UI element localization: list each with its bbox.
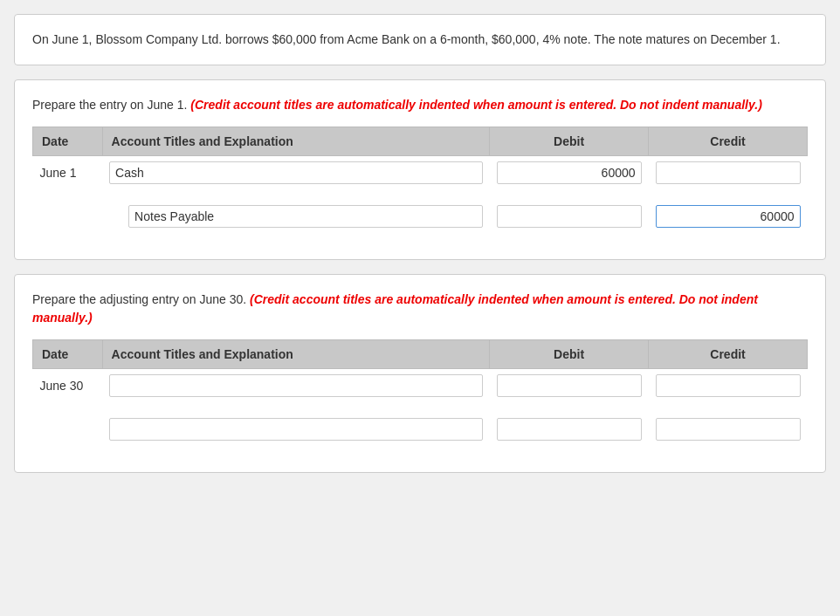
spacer-row-2 [33, 233, 808, 243]
credit-input-notes[interactable] [656, 205, 801, 228]
section1-card: Prepare the entry on June 1. (Credit acc… [14, 79, 826, 260]
credit-cell-adj1 [649, 369, 808, 403]
col-debit-1: Debit [490, 127, 649, 156]
debit-input-adj2[interactable] [497, 418, 642, 441]
account-cell-cash [102, 156, 490, 190]
credit-input-adj1[interactable] [656, 374, 801, 397]
section1-instruction-plain: Prepare the entry on June 1. [32, 98, 190, 112]
date-cell-2 [33, 200, 103, 233]
credit-cell-cash [649, 156, 808, 190]
spacer-row-4 [33, 446, 808, 456]
date-cell-adj2 [33, 413, 103, 446]
spacer-row [33, 189, 808, 200]
account-input-adj2[interactable] [109, 418, 483, 441]
table-row [33, 413, 808, 446]
account-cell-adj2 [102, 413, 490, 446]
account-cell-adj1 [102, 369, 490, 403]
credit-cell-adj2 [649, 413, 808, 446]
col-debit-2: Debit [490, 340, 649, 369]
account-cell-notes [102, 200, 490, 233]
table-row: June 1 [33, 156, 808, 190]
debit-input-notes[interactable] [497, 205, 642, 228]
section2-card: Prepare the adjusting entry on June 30. … [14, 274, 826, 473]
section1-table: Date Account Titles and Explanation Debi… [32, 127, 808, 243]
col-credit-2: Credit [649, 340, 808, 369]
spacer-row-3 [33, 402, 808, 413]
debit-input-adj1[interactable] [497, 374, 642, 397]
section2-table: Date Account Titles and Explanation Debi… [32, 339, 808, 456]
problem-card: On June 1, Blossom Company Ltd. borrows … [14, 14, 826, 65]
col-account-1: Account Titles and Explanation [102, 127, 490, 156]
problem-text: On June 1, Blossom Company Ltd. borrows … [32, 31, 808, 49]
credit-input-adj2[interactable] [656, 418, 801, 441]
credit-cell-notes [649, 200, 808, 233]
col-account-2: Account Titles and Explanation [102, 340, 490, 369]
account-input-adj1[interactable] [109, 374, 483, 397]
col-date-2: Date [33, 340, 103, 369]
section2-instruction-plain: Prepare the adjusting entry on June 30. [32, 292, 250, 306]
debit-cell-cash [490, 156, 649, 190]
debit-cell-adj2 [490, 413, 649, 446]
section2-instruction: Prepare the adjusting entry on June 30. … [32, 291, 808, 327]
credit-input-cash[interactable] [656, 161, 801, 184]
date-cell-1: June 1 [33, 156, 103, 190]
table-row: June 30 [33, 369, 808, 403]
section1-instruction: Prepare the entry on June 1. (Credit acc… [32, 96, 808, 114]
date-cell-june30: June 30 [33, 369, 103, 403]
table-row [33, 200, 808, 233]
section1-instruction-note: (Credit account titles are automatically… [190, 98, 761, 112]
debit-input-cash[interactable] [497, 161, 642, 184]
account-input-notes-payable[interactable] [128, 205, 483, 228]
debit-cell-adj1 [490, 369, 649, 403]
account-input-cash[interactable] [109, 161, 483, 184]
col-credit-1: Credit [649, 127, 808, 156]
debit-cell-notes [490, 200, 649, 233]
col-date-1: Date [33, 127, 103, 156]
